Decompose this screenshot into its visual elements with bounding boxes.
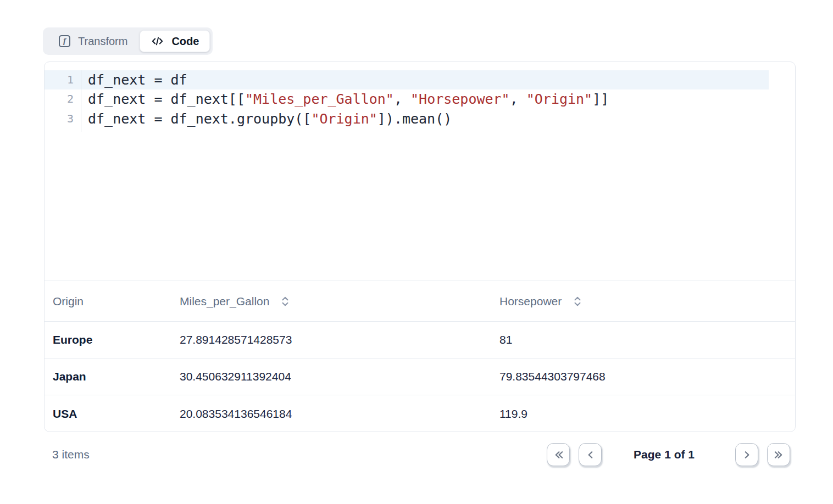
table-cell-hp: 79.83544303797468 bbox=[499, 370, 787, 383]
code-token: df_next = df_next[[ bbox=[88, 91, 245, 107]
tab-code-label: Code bbox=[171, 35, 199, 48]
table-cell-origin: Japan bbox=[53, 370, 180, 383]
code-token: ]] bbox=[592, 91, 609, 107]
code-token: , bbox=[394, 91, 410, 107]
view-switcher: f Transform Code bbox=[43, 27, 213, 55]
tab-code[interactable]: Code bbox=[140, 30, 210, 52]
column-header-origin: Origin bbox=[53, 295, 180, 308]
table-cell-origin: USA bbox=[53, 407, 180, 421]
code-editor[interactable]: 123 df_next = dfdf_next = df_next[["Mile… bbox=[45, 62, 795, 281]
code-token: df_next = df_next.groupby([ bbox=[88, 111, 311, 127]
page-indicator: Page 1 of 1 bbox=[634, 448, 695, 461]
table-footer: 3 items Page 1 of 1 bbox=[44, 437, 796, 472]
code-panel: 123 df_next = dfdf_next = df_next[["Mile… bbox=[44, 61, 796, 432]
last-page-icon bbox=[773, 449, 785, 461]
sort-updown-icon[interactable] bbox=[281, 295, 290, 307]
tab-transform[interactable]: f Transform bbox=[46, 30, 140, 52]
column-label: Miles_per_Gallon bbox=[180, 295, 269, 308]
column-header-horsepower[interactable]: Horsepower bbox=[499, 295, 787, 308]
string-token: "Origin" bbox=[526, 91, 592, 107]
string-token: "Horsepower" bbox=[410, 91, 510, 107]
prev-page-button[interactable] bbox=[579, 443, 602, 466]
table-header: Origin Miles_per_Gallon Horsepower bbox=[45, 281, 795, 322]
code-token: df_next = df bbox=[88, 72, 187, 88]
table-cell-mpg: 20.083534136546184 bbox=[180, 407, 499, 421]
last-page-button[interactable] bbox=[767, 443, 790, 466]
table-cell-hp: 119.9 bbox=[499, 407, 787, 421]
code-line[interactable]: df_next = df_next[["Miles_per_Gallon", "… bbox=[81, 89, 795, 109]
line-number: 2 bbox=[45, 89, 81, 109]
table-body: Europe27.89142857142857381Japan30.450632… bbox=[45, 322, 795, 432]
table-cell-mpg: 27.891428571428573 bbox=[180, 333, 499, 346]
code-token: ]).mean() bbox=[377, 111, 452, 127]
first-page-button[interactable] bbox=[547, 443, 570, 466]
table-row: USA20.083534136546184119.9 bbox=[45, 395, 795, 432]
table-cell-hp: 81 bbox=[499, 333, 787, 346]
column-label: Origin bbox=[53, 295, 84, 308]
table-row: Japan30.45063291139240479.83544303797468 bbox=[45, 359, 795, 395]
table-row: Europe27.89142857142857381 bbox=[45, 322, 795, 359]
line-number: 3 bbox=[45, 109, 81, 128]
code-line[interactable]: df_next = df_next.groupby(["Origin"]).me… bbox=[81, 109, 795, 128]
code-lines: df_next = dfdf_next = df_next[["Miles_pe… bbox=[81, 70, 795, 281]
code-line[interactable]: df_next = df bbox=[81, 70, 769, 89]
first-page-icon bbox=[553, 449, 564, 461]
pagination: Page 1 of 1 bbox=[547, 443, 796, 466]
code-icon bbox=[151, 35, 164, 47]
line-number: 1 bbox=[45, 70, 81, 89]
items-count: 3 items bbox=[44, 448, 90, 461]
next-page-button[interactable] bbox=[735, 443, 758, 466]
prev-page-icon bbox=[585, 449, 596, 461]
next-page-icon bbox=[741, 449, 753, 461]
code-gutter: 123 bbox=[45, 70, 81, 132]
table-cell-origin: Europe bbox=[53, 333, 180, 346]
function-icon: f bbox=[59, 35, 70, 47]
table-cell-mpg: 30.450632911392404 bbox=[180, 370, 499, 383]
sort-updown-icon[interactable] bbox=[573, 295, 582, 307]
string-token: "Origin" bbox=[311, 111, 377, 127]
column-header-miles-per-gallon[interactable]: Miles_per_Gallon bbox=[180, 295, 499, 308]
column-label: Horsepower bbox=[499, 295, 562, 308]
tab-transform-label: Transform bbox=[78, 35, 127, 48]
string-token: "Miles_per_Gallon" bbox=[245, 91, 394, 107]
code-token: , bbox=[510, 91, 526, 107]
